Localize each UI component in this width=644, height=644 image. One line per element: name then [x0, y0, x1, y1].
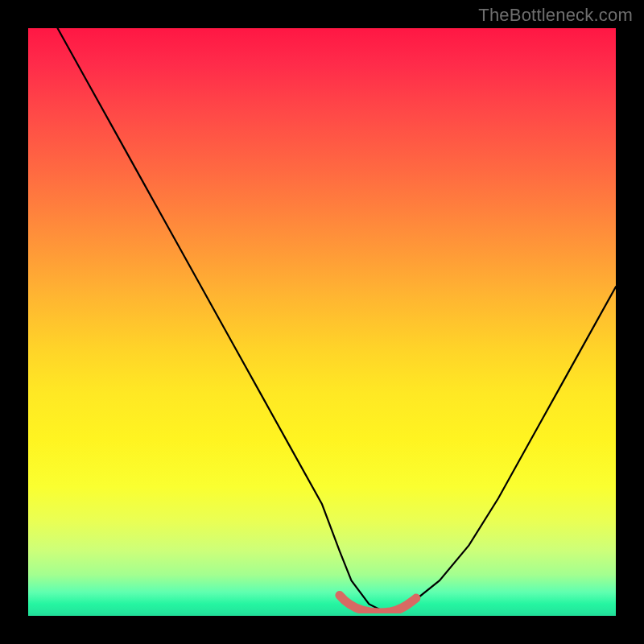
curve-layer — [28, 28, 616, 616]
trough-band — [340, 596, 416, 613]
gradient-bottom-edge — [28, 613, 616, 616]
chart-frame: TheBottleneck.com — [0, 0, 644, 644]
plot-area — [28, 28, 616, 616]
watermark-text: TheBottleneck.com — [478, 5, 633, 26]
main-curve — [58, 28, 617, 610]
